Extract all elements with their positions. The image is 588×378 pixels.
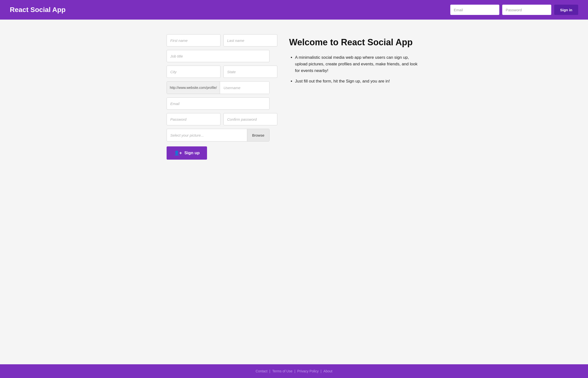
list-item: Just fill out the form, hit the Sign up,… [295, 78, 421, 84]
info-section: Welcome to React Social App A minimalist… [289, 34, 421, 350]
welcome-title: Welcome to React Social App [289, 37, 421, 48]
header: React Social App Sign in [0, 0, 588, 20]
url-prefix-label: http://www.website.com/profile/ [167, 81, 220, 94]
footer: Contact | Terms of Use | Privacy Policy … [0, 364, 588, 378]
password-input[interactable] [167, 113, 221, 125]
signup-label: Sign up [184, 150, 200, 155]
job-title-input[interactable] [167, 50, 269, 62]
location-row [167, 66, 269, 78]
user-plus-icon: 👤+ [174, 150, 182, 156]
header-email-input[interactable] [450, 5, 499, 15]
app-title: React Social App [10, 6, 66, 14]
footer-sep-1: | [269, 369, 270, 373]
name-row [167, 34, 269, 47]
signup-button[interactable]: 👤+ Sign up [167, 146, 207, 160]
footer-link-about[interactable]: About [323, 369, 333, 373]
list-item: A minimalistic social media web app wher… [295, 54, 421, 74]
signin-button[interactable]: Sign in [554, 5, 578, 15]
footer-link-privacy[interactable]: Privacy Policy [297, 369, 319, 373]
header-password-input[interactable] [502, 5, 551, 15]
welcome-list: A minimalistic social media web app wher… [289, 54, 421, 85]
browse-button[interactable]: Browse [247, 129, 269, 141]
last-name-input[interactable] [224, 34, 277, 47]
username-input[interactable] [220, 81, 269, 94]
email-input[interactable] [167, 97, 269, 110]
file-placeholder-text: Select your picture... [167, 129, 247, 141]
url-username-row: http://www.website.com/profile/ [167, 81, 269, 94]
first-name-input[interactable] [167, 34, 221, 47]
header-auth-area: Sign in [450, 5, 578, 15]
confirm-password-input[interactable] [224, 113, 277, 125]
footer-sep-3: | [321, 369, 322, 373]
password-row [167, 113, 269, 125]
footer-sep-2: | [294, 369, 295, 373]
signup-form: http://www.website.com/profile/ Select y… [167, 34, 269, 350]
footer-link-contact[interactable]: Contact [255, 369, 267, 373]
main-content: http://www.website.com/profile/ Select y… [147, 20, 441, 364]
state-input[interactable] [224, 66, 277, 78]
city-input[interactable] [167, 66, 221, 78]
file-upload-row: Select your picture... Browse [167, 129, 269, 142]
footer-link-terms[interactable]: Terms of Use [272, 369, 292, 373]
